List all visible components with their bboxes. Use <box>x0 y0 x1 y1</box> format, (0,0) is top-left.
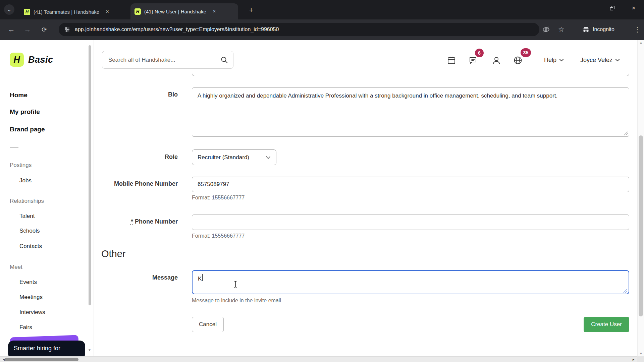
sidebar-item-schools[interactable]: Schools <box>19 227 40 235</box>
sidebar-scrollbar[interactable] <box>89 45 91 305</box>
sidebar-scroll-down-icon[interactable]: ▼ <box>88 348 91 352</box>
resize-handle-icon[interactable] <box>624 131 628 135</box>
sidebar-item-events[interactable]: Events <box>19 278 37 287</box>
messages-icon[interactable] <box>468 56 478 65</box>
tab-new-user[interactable]: H (41) New User | Handshake × <box>130 3 238 19</box>
sidebar-item-jobs[interactable]: Jobs <box>19 176 32 185</box>
browser-menu-icon[interactable]: ⋮ <box>634 23 641 36</box>
sidebar-section-meet[interactable]: Meet <box>10 263 22 272</box>
tab-close-icon[interactable]: × <box>211 8 218 15</box>
sidebar-item-home[interactable]: Home <box>10 91 28 100</box>
incognito-indicator: Incognito <box>582 23 614 36</box>
site-info-icon[interactable] <box>64 26 70 33</box>
browser-toolbar: ← → ⟳ app.joinhandshake.com/emp/users/ne… <box>0 19 644 40</box>
help-menu[interactable]: Help <box>544 57 564 64</box>
tab-search-button[interactable]: ⌄ <box>4 4 14 15</box>
incognito-icon <box>582 26 590 33</box>
phone-label: * Phone Number <box>94 218 178 225</box>
url-bar[interactable]: app.joinhandshake.com/emp/users/new?user… <box>59 23 539 36</box>
horizontal-scroll-thumb[interactable] <box>5 358 78 361</box>
sidebar-item-contacts[interactable]: Contacts <box>19 242 42 251</box>
forward-button[interactable]: → <box>21 23 34 36</box>
search-input[interactable] <box>102 51 233 68</box>
mobile-phone-label: Mobile Phone Number <box>94 180 178 187</box>
scroll-right-icon[interactable]: ► <box>632 358 635 361</box>
sidebar-item-my-profile[interactable]: My profile <box>10 108 40 116</box>
incognito-label: Incognito <box>593 26 614 33</box>
sidebar-item-interviews[interactable]: Interviews <box>19 308 45 317</box>
page-vertical-scrollbar[interactable]: ▲ ▼ <box>637 40 644 356</box>
create-user-button[interactable]: Create User <box>584 317 629 332</box>
handshake-favicon-icon: H <box>135 8 141 15</box>
tab-separator <box>128 8 128 15</box>
search-box <box>102 51 233 69</box>
ibeam-cursor <box>233 281 237 288</box>
sidebar-item-brand-page[interactable]: Brand page <box>10 125 45 134</box>
window-restore-button[interactable] <box>603 0 622 16</box>
bio-textarea[interactable]: A highly organized and dependable Admini… <box>192 87 629 137</box>
window-close-button[interactable]: × <box>624 0 643 16</box>
main-content: 6 35 Help Joyce Velez Bio <box>94 40 637 356</box>
tab-close-icon[interactable]: × <box>104 8 111 15</box>
promo-banner[interactable]: Smarter hiring for <box>8 341 85 357</box>
other-section-heading: Other <box>101 248 126 259</box>
required-asterisk: * <box>131 218 133 225</box>
eye-blocked-icon[interactable] <box>542 23 550 36</box>
phone-label-text: Phone Number <box>135 218 178 225</box>
reload-button[interactable]: ⟳ <box>38 23 51 36</box>
scroll-up-icon[interactable]: ▲ <box>638 41 644 44</box>
scroll-down-icon[interactable]: ▼ <box>638 352 644 355</box>
sidebar-section-postings[interactable]: Postings <box>10 161 32 170</box>
user-menu[interactable]: Joyce Velez <box>580 57 620 64</box>
message-textarea[interactable]: K <box>192 270 629 294</box>
sidebar-divider <box>10 147 18 148</box>
user-name: Joyce Velez <box>580 57 612 64</box>
page-horizontal-scrollbar[interactable]: ◄ ► <box>0 356 644 362</box>
sidebar-item-fairs[interactable]: Fairs <box>19 323 32 332</box>
url-text: app.joinhandshake.com/emp/users/new?user… <box>75 26 279 33</box>
notifications-badge: 35 <box>521 48 531 57</box>
profile-icon[interactable] <box>492 56 501 65</box>
message-label: Message <box>94 274 178 281</box>
chevron-down-icon <box>559 59 564 62</box>
restore-icon <box>610 6 614 10</box>
message-helper: Message to include in the invite email <box>192 298 281 304</box>
sidebar-item-talent[interactable]: Talent <box>19 212 35 221</box>
messages-badge: 6 <box>475 49 484 57</box>
brand-plan-label: Basic <box>28 55 53 65</box>
window-minimize-button[interactable]: — <box>581 0 600 16</box>
scrollbar-corner <box>637 356 644 362</box>
notifications-globe-icon[interactable] <box>513 56 523 65</box>
tab-title: (41) Teammates | Handshake <box>34 9 99 15</box>
handshake-favicon-icon: H <box>24 9 30 15</box>
text-caret <box>202 274 203 281</box>
sidebar: H Basic Home My profile Brand page Posti… <box>0 40 94 356</box>
phone-input[interactable] <box>192 215 629 230</box>
browser-chrome: ⌄ H (41) Teammates | Handshake × H (41) … <box>0 0 644 40</box>
bookmark-star-icon[interactable]: ☆ <box>558 23 565 36</box>
new-tab-button[interactable]: + <box>246 5 257 15</box>
back-button[interactable]: ← <box>5 23 18 36</box>
tab-strip: ⌄ H (41) Teammates | Handshake × H (41) … <box>0 0 644 19</box>
chevron-down-icon <box>266 156 271 159</box>
role-select[interactable]: Recruiter (Standard) <box>192 149 276 165</box>
calendar-icon[interactable] <box>447 56 456 65</box>
tab-teammates[interactable]: H (41) Teammates | Handshake × <box>20 4 125 19</box>
help-label: Help <box>544 57 556 64</box>
chevron-down-icon: ⌄ <box>7 6 11 13</box>
sidebar-section-relationships[interactable]: Relationships <box>10 197 44 205</box>
previous-field-cutoff[interactable] <box>192 71 629 76</box>
vertical-scroll-thumb[interactable] <box>639 135 643 316</box>
promo-banner-text: Smarter hiring for <box>14 345 60 352</box>
role-selected-value: Recruiter (Standard) <box>198 154 249 161</box>
mobile-phone-format-helper: Format: 15556667777 <box>192 195 245 201</box>
cancel-button[interactable]: Cancel <box>192 317 224 332</box>
sidebar-item-meetings[interactable]: Meetings <box>19 293 43 302</box>
handshake-logo[interactable]: H <box>10 53 24 67</box>
mobile-phone-input[interactable] <box>192 177 629 192</box>
resize-handle-icon[interactable] <box>623 289 627 293</box>
chevron-down-icon <box>615 59 620 62</box>
search-icon <box>220 56 228 64</box>
bio-label: Bio <box>94 91 178 98</box>
phone-format-helper: Format: 15556667777 <box>192 233 245 239</box>
